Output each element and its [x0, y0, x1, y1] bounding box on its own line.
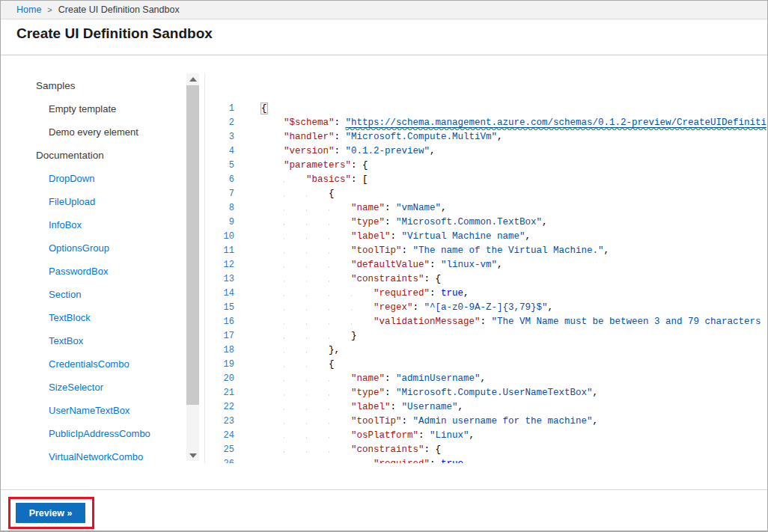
code-token: : — [418, 430, 430, 441]
code-text: "handler": "Microsoft.Compute.MultiVm", — [241, 130, 767, 144]
footer-divider — [1, 489, 767, 490]
code-token: : — [335, 117, 346, 128]
sidebar-item-passwordbox[interactable]: PasswordBox — [16, 260, 185, 283]
line-number: 8 — [205, 201, 241, 215]
code-token: "parameters" — [284, 160, 351, 171]
sidebar-item-dropdown[interactable]: DropDown — [16, 167, 185, 190]
code-token: { — [261, 103, 267, 114]
sidebar-item-empty-template[interactable]: Empty template — [16, 97, 185, 120]
breadcrumb-current: Create UI Definition Sandbox — [58, 4, 180, 15]
code-line[interactable]: 22"label": "Username", — [205, 400, 767, 415]
code-editor[interactable]: 1{2"$schema": "https://schema.management… — [204, 73, 767, 463]
triangle-up-icon — [189, 77, 197, 82]
code-line[interactable]: 5"parameters": { — [205, 159, 767, 173]
code-line[interactable]: 1{ — [205, 102, 767, 116]
code-token: }, — [329, 345, 340, 355]
sidebar-item-textbox[interactable]: TextBox — [16, 329, 185, 352]
scroll-down-button[interactable] — [186, 450, 199, 461]
code-line[interactable]: 24"osPlatform": "Linux", — [205, 429, 767, 443]
code-line[interactable]: 14"required": true, — [205, 287, 767, 301]
code-line[interactable]: 6"basics": [ — [205, 173, 767, 187]
sidebar-item-infobox[interactable]: InfoBox — [16, 213, 185, 236]
code-line[interactable]: 4"version": "0.1.2-preview", — [205, 144, 767, 159]
code-line[interactable]: 26"required": true — [205, 457, 767, 463]
code-line[interactable]: 3"handler": "Microsoft.Compute.MultiVm", — [205, 130, 767, 144]
code-text: "toolTip": "Admin username for the machi… — [241, 415, 767, 429]
code-token: "type" — [351, 217, 385, 227]
line-number: 16 — [205, 315, 241, 329]
code-token: : — [430, 459, 441, 463]
code-line[interactable]: 20"name": "adminUsername", — [205, 372, 767, 386]
breadcrumb: Home > Create UI Definition Sandbox — [1, 1, 767, 19]
scroll-up-button[interactable] — [186, 73, 199, 85]
code-line[interactable]: 10"label": "Virtual Machine name", — [205, 230, 767, 244]
sidebar-item-publicipaddresscombo[interactable]: PublicIpAddressCombo — [16, 422, 185, 445]
code-text: }, — [241, 343, 767, 358]
line-number: 1 — [205, 102, 241, 116]
code-line[interactable]: 19{ — [205, 358, 767, 372]
code-token: , — [441, 203, 447, 213]
preview-button[interactable]: Preview » — [16, 503, 85, 523]
code-line[interactable]: 16"validationMessage": "The VM Name must… — [205, 315, 767, 329]
code-line[interactable]: 15"regex": "^[a-z0-9A-Z-]{3,79}$", — [205, 301, 767, 315]
code-token: "validationMessage" — [374, 317, 481, 327]
code-line[interactable]: 21"type": "Microsoft.Compute.UserNameTex… — [205, 386, 767, 400]
line-number: 23 — [205, 415, 241, 429]
code-text: "regex": "^[a-z0-9A-Z-]{3,79}$", — [241, 301, 767, 315]
code-text: } — [241, 329, 767, 343]
code-token: "type" — [351, 388, 385, 398]
sidebar-item-credentialscombo[interactable]: CredentialsCombo — [16, 352, 185, 376]
code-token: "label" — [351, 402, 391, 412]
sidebar-item-fileupload[interactable]: FileUpload — [16, 190, 185, 213]
code-text: "$schema": "https://schema.management.az… — [241, 116, 767, 130]
sidebar-item-section[interactable]: Section — [16, 283, 185, 306]
line-number: 14 — [205, 287, 241, 301]
code-line[interactable]: 7{ — [205, 187, 767, 201]
sidebar-item-virtualnetworkcombo[interactable]: VirtualNetworkCombo — [16, 445, 185, 468]
code-line[interactable]: 11"toolTip": "The name of the Virtual Ma… — [205, 244, 767, 258]
code-token: : — [430, 260, 441, 270]
line-number: 5 — [205, 159, 241, 173]
code-token: "version" — [284, 146, 335, 156]
code-token: , — [469, 430, 475, 441]
code-token: "^[a-z0-9A-Z-]{3,79}$" — [424, 302, 548, 313]
line-number: 26 — [205, 457, 241, 463]
code-token: { — [329, 189, 335, 199]
line-number: 11 — [205, 244, 241, 258]
code-line[interactable]: 25"constraints": { — [205, 443, 767, 457]
sidebar-scrollbar[interactable] — [186, 73, 199, 461]
sidebar-item-demo-every-element[interactable]: Demo every element — [16, 120, 185, 144]
sidebar-item-optionsgroup[interactable]: OptionsGroup — [16, 236, 185, 260]
sidebar-item-textblock[interactable]: TextBlock — [16, 306, 185, 329]
code-line[interactable]: 9"type": "Microsoft.Common.TextBox", — [205, 215, 767, 230]
code-token: , — [593, 388, 599, 398]
line-number: 17 — [205, 329, 241, 343]
code-line[interactable]: 8"name": "vmName", — [205, 201, 767, 215]
code-line[interactable]: 13"constraints": { — [205, 272, 767, 287]
code-token: , — [481, 373, 487, 384]
line-number: 6 — [205, 173, 241, 187]
code-token: : — [481, 317, 492, 327]
code-token: "required" — [374, 459, 430, 463]
code-line[interactable]: 17} — [205, 329, 767, 343]
code-token: : — [391, 402, 402, 412]
schema-url-link[interactable]: "https://schema.management.azure.com/sch… — [346, 117, 767, 128]
sidebar-item-usernametextbox[interactable]: UserNameTextBox — [16, 399, 185, 422]
code-token: , — [458, 402, 464, 412]
code-line[interactable]: 2"$schema": "https://schema.management.a… — [205, 116, 767, 130]
code-line[interactable]: 23"toolTip": "Admin username for the mac… — [205, 415, 767, 429]
line-number: 24 — [205, 429, 241, 443]
line-number: 20 — [205, 372, 241, 386]
code-token: : — [385, 217, 396, 227]
breadcrumb-home-link[interactable]: Home — [16, 4, 41, 15]
code-token: , — [497, 260, 503, 270]
code-line[interactable]: 18}, — [205, 343, 767, 358]
sidebar-item-sizeselector[interactable]: SizeSelector — [16, 376, 185, 399]
code-text: "constraints": { — [241, 272, 767, 287]
code-token: "Username" — [402, 402, 458, 412]
scrollbar-thumb[interactable] — [186, 85, 199, 405]
line-number: 12 — [205, 258, 241, 272]
code-token: "defaultValue" — [351, 260, 430, 270]
code-token: , — [593, 416, 599, 426]
code-line[interactable]: 12"defaultValue": "linux-vm", — [205, 258, 767, 272]
